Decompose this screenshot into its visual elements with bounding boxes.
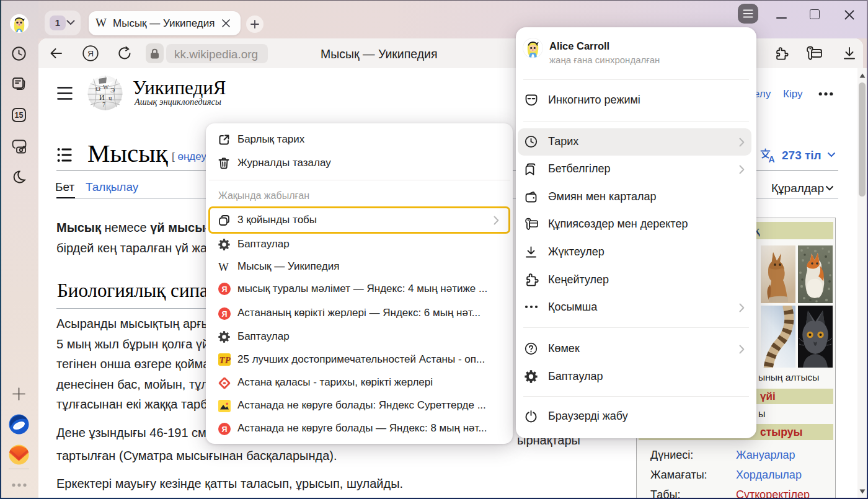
svg-text:15: 15 bbox=[15, 111, 24, 120]
svg-text:Я: Я bbox=[87, 49, 94, 58]
svg-text:A: A bbox=[769, 154, 775, 163]
svg-text:7: 7 bbox=[102, 101, 105, 108]
svg-text:Ω: Ω bbox=[95, 85, 100, 92]
svg-text:Я: Я bbox=[222, 285, 228, 294]
svg-text:Я: Я bbox=[222, 310, 228, 319]
svg-text:Э: Э bbox=[110, 86, 115, 94]
svg-text:И: И bbox=[99, 93, 105, 102]
svg-text:ч: ч bbox=[108, 94, 112, 102]
svg-text:W: W bbox=[103, 84, 109, 91]
svg-text:TP: TP bbox=[219, 355, 231, 365]
svg-text:Я: Я bbox=[222, 425, 228, 434]
